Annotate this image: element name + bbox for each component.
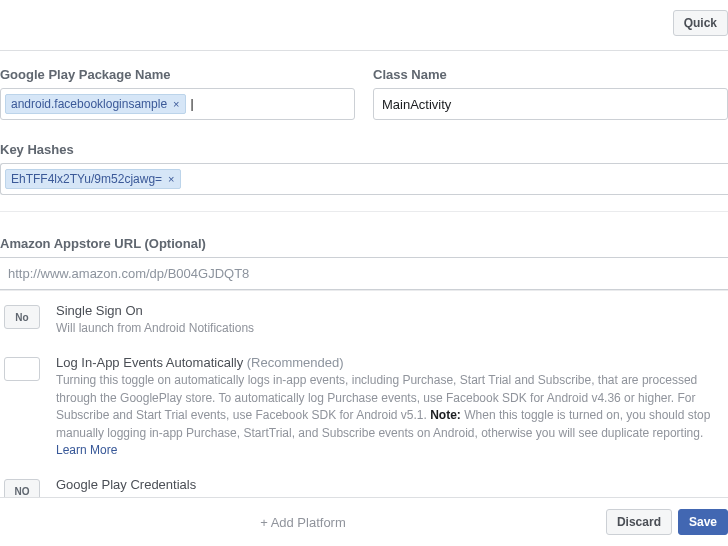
learn-more-link[interactable]: Learn More: [56, 443, 117, 457]
remove-package-token-icon[interactable]: ×: [173, 99, 179, 110]
gplay-title: Google Play Credentials: [56, 477, 720, 492]
package-name-text[interactable]: [189, 93, 350, 115]
key-hashes-text[interactable]: [184, 168, 724, 190]
log-events-subtitle: Turning this toggle on automatically log…: [56, 372, 720, 459]
sso-subtitle: Will launch from Android Notifications: [56, 320, 720, 337]
package-name-input[interactable]: android.facebookloginsample ×: [0, 88, 355, 120]
gplay-credentials-toggle[interactable]: NO: [4, 479, 40, 498]
amazon-url-input[interactable]: [0, 257, 728, 290]
log-events-toggle[interactable]: .: [4, 357, 40, 381]
add-platform-button[interactable]: + Add Platform: [0, 515, 606, 530]
discard-button[interactable]: Discard: [606, 509, 672, 535]
sso-toggle[interactable]: No: [4, 305, 40, 329]
class-name-input[interactable]: [373, 88, 728, 120]
sso-title: Single Sign On: [56, 303, 720, 318]
save-button[interactable]: Save: [678, 509, 728, 535]
key-hashes-input[interactable]: EhTFF4lx2TYu/9m52cjawg= ×: [0, 163, 728, 195]
key-hashes-label: Key Hashes: [0, 126, 728, 163]
package-name-token: android.facebookloginsample ×: [5, 94, 186, 114]
remove-keyhash-token-icon[interactable]: ×: [168, 174, 174, 185]
quick-button[interactable]: Quick: [673, 10, 728, 36]
package-name-label: Google Play Package Name: [0, 51, 355, 88]
amazon-url-label: Amazon Appstore URL (Optional): [0, 220, 728, 257]
class-name-label: Class Name: [373, 51, 728, 88]
key-hash-token: EhTFF4lx2TYu/9m52cjawg= ×: [5, 169, 181, 189]
log-events-title: Log In-App Events Automatically (Recomme…: [56, 355, 720, 370]
